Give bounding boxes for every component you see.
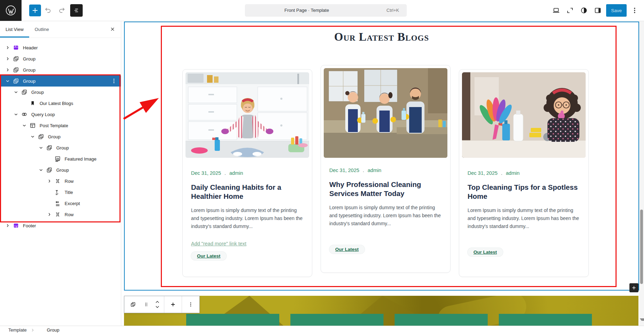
our-latest-button[interactable]: Our Latest: [468, 248, 503, 256]
list-view-item-header[interactable]: Header: [0, 42, 121, 53]
footer-card-block[interactable]: [186, 314, 279, 326]
list-view-toggle-button[interactable]: [70, 4, 83, 17]
list-view-panel: List View Outline Header Group: [0, 21, 121, 326]
block-inserter-button[interactable]: [29, 5, 41, 16]
block-options-icon[interactable]: [110, 78, 117, 84]
post-title[interactable]: Why Professional Cleaning Services Matte…: [329, 180, 442, 198]
post-author[interactable]: admin: [368, 168, 381, 173]
view-preview-button[interactable]: [551, 5, 562, 16]
chevron-right-icon[interactable]: [3, 43, 12, 52]
command-center-button[interactable]: Front Page · Template Ctrl+K: [245, 4, 407, 17]
options-menu-button[interactable]: [629, 4, 640, 17]
settings-sidebar-button[interactable]: [592, 5, 603, 16]
list-view-item-group[interactable]: Group: [0, 53, 121, 64]
chevron-right-icon[interactable]: [3, 221, 12, 230]
chevron-down-icon[interactable]: [28, 132, 37, 141]
list-view-item-group[interactable]: Group: [0, 64, 121, 75]
move-down-button[interactable]: [154, 304, 160, 309]
list-view-item-query-loop[interactable]: Query Loop: [0, 109, 121, 120]
post-date[interactable]: Dec 31, 2025: [468, 170, 497, 176]
chevron-right-icon[interactable]: [3, 55, 12, 63]
drag-handle[interactable]: [141, 298, 151, 311]
fullscreen-icon: [566, 6, 574, 15]
list-view-item-row[interactable]: Row: [0, 176, 121, 187]
list-view-item-post-template[interactable]: Post Template: [0, 120, 121, 131]
block-type-group-button[interactable]: [128, 298, 138, 311]
post-meta[interactable]: Dec 31, 2025.admin: [329, 168, 442, 173]
scrollbar-thumb[interactable]: [640, 210, 643, 284]
chevron-down-icon[interactable]: [37, 144, 45, 152]
featured-image[interactable]: [185, 72, 309, 158]
tab-outline[interactable]: Outline: [29, 21, 55, 38]
block-options-button[interactable]: [185, 298, 196, 311]
chevron-right-icon[interactable]: [3, 66, 12, 74]
list-view-item-group-selected[interactable]: Group: [0, 75, 121, 87]
list-view-item-group[interactable]: Group: [0, 164, 121, 176]
style-variations-button[interactable]: [578, 5, 589, 16]
post-author[interactable]: admin: [506, 170, 520, 176]
section-heading[interactable]: Our Latest Blogs: [125, 22, 638, 43]
chevron-down-icon[interactable]: [20, 121, 28, 130]
list-view-item-footer[interactable]: Footer: [0, 220, 121, 231]
post-date[interactable]: Dec 31, 2025: [191, 170, 221, 176]
post-card[interactable]: Dec 31, 2025.admin Top Cleaning Tips for…: [459, 69, 589, 277]
list-view-item-group[interactable]: Group: [0, 87, 121, 98]
group-block-icon: [45, 166, 53, 174]
post-author[interactable]: admin: [229, 170, 243, 176]
list-view-item-title[interactable]: Title: [0, 187, 121, 198]
post-date[interactable]: Dec 31, 2025: [329, 168, 359, 173]
post-title[interactable]: Daily Cleaning Habits for a Healthier Ho…: [191, 183, 304, 201]
post-title[interactable]: Top Cleaning Tips for a Spotless Home: [468, 183, 580, 201]
add-block-button[interactable]: [168, 298, 178, 311]
chevron-down-icon[interactable]: [3, 77, 12, 85]
redo-button[interactable]: [56, 5, 67, 16]
breadcrumb-group[interactable]: Group: [47, 327, 59, 333]
post-excerpt[interactable]: Lorem Ipsum is simply dummy text of the …: [468, 206, 580, 230]
list-view-item-excerpt[interactable]: Excerpt: [0, 198, 121, 209]
site-editor-window: Front Page · Template Ctrl+K: [0, 0, 644, 334]
footer-card-block[interactable]: [395, 314, 488, 326]
list-view-item-group[interactable]: Group: [0, 142, 121, 153]
move-up-button[interactable]: [154, 300, 160, 304]
wordpress-logo-button[interactable]: [0, 0, 22, 21]
cleaning-team-illustration: [324, 68, 447, 158]
post-card[interactable]: Dec 31, 2025.admin Daily Cleaning Habits…: [182, 69, 312, 277]
post-meta[interactable]: Dec 31, 2025.admin: [468, 170, 580, 176]
editor-canvas[interactable]: Our Latest Blogs: [124, 22, 639, 291]
contrast-icon: [580, 6, 588, 15]
read-more-placeholder[interactable]: Add "read more" link text: [191, 241, 246, 246]
our-latest-button[interactable]: Our Latest: [191, 252, 226, 260]
post-meta[interactable]: Dec 31, 2025.admin: [191, 170, 304, 176]
chevron-down-icon[interactable]: [37, 166, 45, 174]
scroll-down-arrow[interactable]: [640, 318, 644, 324]
list-view-item-heading[interactable]: Our Latest Blogs: [0, 98, 121, 109]
close-list-view-button[interactable]: [108, 25, 117, 33]
zoom-out-fullscreen-button[interactable]: [564, 5, 576, 16]
list-view-item-group[interactable]: Group: [0, 131, 121, 142]
save-button[interactable]: Save: [606, 4, 627, 17]
block-appender-button[interactable]: [629, 283, 638, 292]
our-latest-button[interactable]: Our Latest: [329, 245, 365, 254]
tab-list-view[interactable]: List View: [0, 21, 29, 38]
footer-card-block[interactable]: [499, 314, 592, 326]
chevron-right-icon[interactable]: [45, 210, 53, 219]
chevron-down-icon[interactable]: [12, 88, 20, 96]
undo-button[interactable]: [42, 5, 54, 16]
footer-card-block[interactable]: [290, 314, 383, 326]
footer-section-preview[interactable]: [124, 296, 638, 326]
post-excerpt[interactable]: Lorem Ipsum is simply dummy text of the …: [329, 204, 442, 228]
breadcrumb-template[interactable]: Template: [8, 327, 27, 333]
chevron-right-icon[interactable]: [45, 177, 53, 185]
row-block-icon: [53, 177, 62, 185]
plus-icon: [31, 6, 39, 15]
list-view-item-row[interactable]: Row: [0, 209, 121, 220]
featured-image[interactable]: [324, 68, 447, 158]
post-excerpt[interactable]: Lorem Ipsum is simply dummy text of the …: [191, 206, 304, 230]
chevron-down-icon[interactable]: [12, 110, 20, 119]
list-view-item-featured-image[interactable]: Featured Image: [0, 153, 121, 164]
command-shortcut: Ctrl+K: [387, 4, 399, 17]
kebab-icon: [630, 6, 639, 15]
list-view-icon: [72, 6, 81, 15]
featured-image[interactable]: [462, 72, 586, 158]
post-card[interactable]: Dec 31, 2025.admin Why Professional Clea…: [321, 65, 451, 273]
